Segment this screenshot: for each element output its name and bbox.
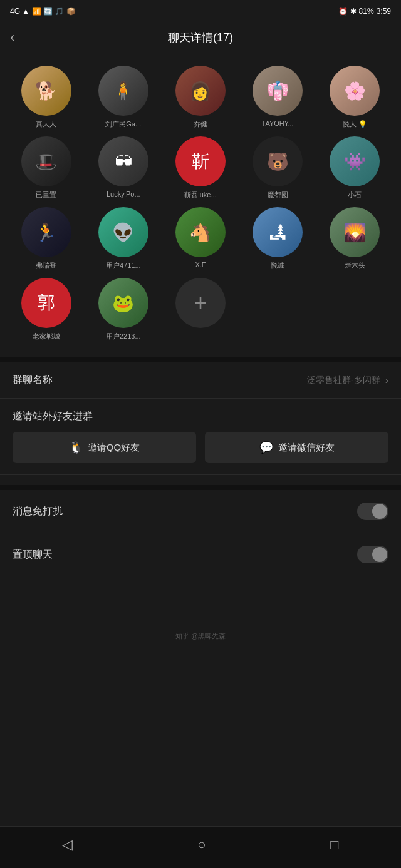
- nav-recent-button[interactable]: □: [311, 834, 357, 855]
- member-avatar: 🏞: [253, 207, 303, 257]
- member-name: 悦诚: [271, 261, 284, 270]
- avatar-emoji: 🏞: [253, 207, 303, 257]
- member-avatar: 👽: [98, 207, 148, 257]
- member-item[interactable]: 👾小石: [319, 136, 391, 200]
- member-avatar: 🌸: [330, 66, 380, 116]
- member-avatar: 🐸: [98, 278, 148, 328]
- bottom-nav: ◁ ○ □: [0, 826, 401, 868]
- avatar-emoji: 🧍: [98, 66, 148, 116]
- member-name: 老家郸城: [33, 332, 60, 341]
- member-name: 魔都圆: [268, 190, 288, 200]
- invite-wechat-button[interactable]: 💬 邀请微信好友: [205, 432, 388, 463]
- page-title: 聊天详情(17): [168, 30, 233, 45]
- status-right: ⏰ ✱ 81% 3:59: [338, 7, 391, 16]
- toggle-switch[interactable]: [357, 546, 388, 563]
- add-member-button[interactable]: +: [175, 278, 226, 328]
- member-avatar: 🐕: [21, 66, 71, 116]
- member-item[interactable]: 🐴X.F: [164, 207, 236, 270]
- member-avatar: 靳: [175, 136, 226, 186]
- toggle-section: 消息免打扰置顶聊天: [0, 490, 401, 576]
- member-item[interactable]: 🎩已重置: [10, 136, 82, 200]
- member-item[interactable]: 🏞悦诚: [242, 207, 314, 270]
- avatar-emoji: 👾: [330, 136, 380, 186]
- member-name: X.F: [195, 261, 206, 268]
- member-item[interactable]: 🐸用户2213...: [87, 278, 159, 341]
- member-avatar: 🧍: [98, 66, 148, 116]
- toggle-label: 置顶聊天: [13, 548, 53, 561]
- section-divider-2: [0, 485, 401, 490]
- bluetooth-icon: ✱: [350, 7, 357, 16]
- member-name: 刘广民Ga...: [105, 120, 141, 129]
- member-name: 乔健: [194, 120, 207, 129]
- avatar-emoji: 🌸: [330, 66, 380, 116]
- member-avatar: 🎩: [21, 136, 71, 186]
- member-item[interactable]: 🏃弗瑞登: [10, 207, 82, 270]
- member-avatar: 🏃: [21, 207, 71, 257]
- nav-home-button[interactable]: ○: [179, 834, 224, 855]
- member-name: 已重置: [36, 190, 56, 200]
- invite-qq-label: 邀请QQ好友: [88, 442, 140, 454]
- member-item[interactable]: 🌄烂木头: [319, 207, 391, 270]
- toggle-row[interactable]: 置顶聊天: [0, 533, 401, 576]
- avatar-emoji: 🏃: [21, 207, 71, 257]
- add-member-item[interactable]: +: [164, 278, 236, 341]
- member-avatar: 🕶: [98, 136, 148, 186]
- members-grid: 🐕真大人🧍刘广民Ga...👩乔健👘TAYOHY...🌸悦人 💡🎩已重置🕶Luck…: [10, 66, 391, 341]
- wechat-icon: 💬: [259, 441, 273, 454]
- avatar-emoji: 🐕: [21, 66, 71, 116]
- avatar-emoji: 👘: [253, 66, 303, 116]
- member-item[interactable]: 👩乔健: [164, 66, 236, 129]
- members-section: 🐕真大人🧍刘广民Ga...👩乔健👘TAYOHY...🌸悦人 💡🎩已重置🕶Luck…: [0, 53, 401, 347]
- member-avatar: 🌄: [330, 207, 380, 257]
- member-name: 靳磊luke...: [184, 190, 216, 200]
- member-avatar: 🐴: [175, 207, 226, 257]
- member-name: TAYOHY...: [262, 120, 294, 127]
- avatar-emoji: 郭: [21, 278, 71, 328]
- group-name-row[interactable]: 群聊名称 泛零售社群-多闪群 ›: [0, 362, 401, 399]
- section-divider: [0, 357, 401, 362]
- nav-back-button[interactable]: ◁: [43, 834, 91, 855]
- member-item[interactable]: 🐕真大人: [10, 66, 82, 129]
- qq-icon: 🐧: [69, 441, 83, 454]
- member-item[interactable]: 郭老家郸城: [10, 278, 82, 341]
- member-item[interactable]: 👽用户4711...: [87, 207, 159, 270]
- member-item[interactable]: 👘TAYOHY...: [242, 66, 314, 129]
- status-left: 4G ▲ 📶 🔄 🎵 📦: [10, 7, 76, 16]
- invite-buttons: 🐧 邀请QQ好友 💬 邀请微信好友: [13, 432, 388, 463]
- invite-qq-button[interactable]: 🐧 邀请QQ好友: [13, 432, 196, 463]
- time: 3:59: [377, 7, 391, 16]
- avatar-emoji: 👽: [98, 207, 148, 257]
- chevron-right-icon: ›: [385, 375, 388, 386]
- member-name: 真大人: [36, 120, 56, 129]
- avatar-emoji: 🐸: [98, 278, 148, 328]
- member-avatar: 👾: [330, 136, 380, 186]
- member-item[interactable]: 🌸悦人 💡: [319, 66, 391, 129]
- avatar-emoji: 👩: [175, 66, 226, 116]
- toggle-row[interactable]: 消息免打扰: [0, 490, 401, 533]
- member-item[interactable]: 🧍刘广民Ga...: [87, 66, 159, 129]
- battery: 81%: [359, 7, 374, 16]
- avatar-emoji: 🐴: [175, 207, 226, 257]
- avatar-emoji: 🐻: [253, 136, 303, 186]
- member-avatar: 👩: [175, 66, 226, 116]
- member-avatar: 郭: [21, 278, 71, 328]
- member-name: 悦人 💡: [343, 120, 367, 129]
- member-name: 用户4711...: [106, 261, 141, 270]
- settings-section: 群聊名称 泛零售社群-多闪群 › 邀请站外好友进群 🐧 邀请QQ好友 💬 邀请微…: [0, 362, 401, 475]
- member-item[interactable]: 🕶Lucky.Po...: [87, 136, 159, 200]
- member-item[interactable]: 🐻魔都圆: [242, 136, 314, 200]
- group-name-label: 群聊名称: [13, 374, 53, 387]
- member-item[interactable]: 靳靳磊luke...: [164, 136, 236, 200]
- member-name: Lucky.Po...: [107, 190, 140, 198]
- group-name-text: 泛零售社群-多闪群: [307, 375, 380, 386]
- member-name: 弗瑞登: [36, 261, 56, 270]
- avatar-emoji: 靳: [175, 136, 226, 186]
- avatar-emoji: 🌄: [330, 207, 380, 257]
- member-avatar: 👘: [253, 66, 303, 116]
- toggle-switch[interactable]: [357, 503, 388, 520]
- back-button[interactable]: ‹: [10, 29, 14, 46]
- member-avatar: 🐻: [253, 136, 303, 186]
- member-name: 小石: [348, 190, 362, 200]
- watermark: 知乎 @黑啤先森: [0, 626, 401, 646]
- alarm-icon: ⏰: [338, 7, 348, 16]
